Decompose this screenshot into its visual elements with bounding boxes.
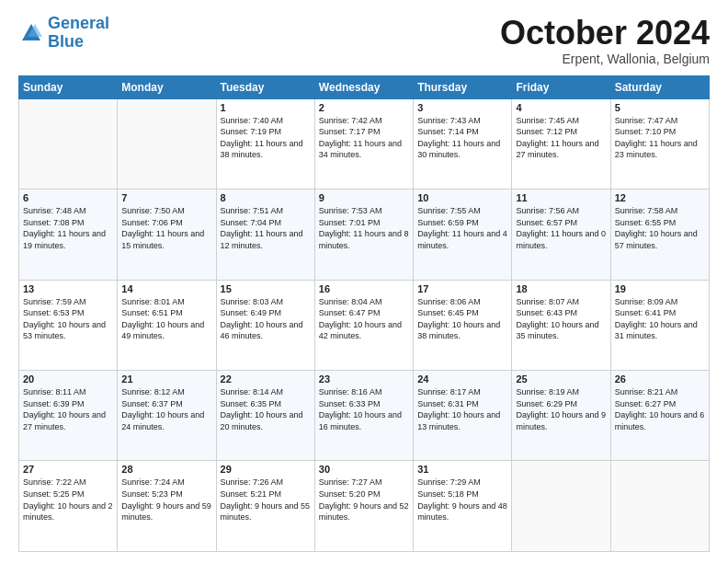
calendar-cell: 13Sunrise: 7:59 AM Sunset: 6:53 PM Dayli… xyxy=(19,280,118,370)
calendar-table: SundayMondayTuesdayWednesdayThursdayFrid… xyxy=(18,75,710,552)
day-info: Sunrise: 8:12 AM Sunset: 6:37 PM Dayligh… xyxy=(121,386,211,432)
day-number: 20 xyxy=(23,373,113,385)
day-number: 6 xyxy=(23,192,113,203)
day-number: 1 xyxy=(221,102,311,113)
weekday-header: Saturday xyxy=(610,75,709,98)
day-info: Sunrise: 7:26 AM Sunset: 5:21 PM Dayligh… xyxy=(221,477,311,523)
calendar-cell: 11Sunrise: 7:56 AM Sunset: 6:57 PM Dayli… xyxy=(512,190,610,280)
calendar-cell: 6Sunrise: 7:48 AM Sunset: 7:08 PM Daylig… xyxy=(19,190,118,280)
month-title: October 2024 xyxy=(500,15,710,52)
day-info: Sunrise: 7:22 AM Sunset: 5:25 PM Dayligh… xyxy=(23,477,113,523)
day-number: 4 xyxy=(516,102,606,113)
day-number: 8 xyxy=(221,192,311,203)
day-info: Sunrise: 8:03 AM Sunset: 6:49 PM Dayligh… xyxy=(221,296,311,342)
calendar-cell: 5Sunrise: 7:47 AM Sunset: 7:10 PM Daylig… xyxy=(610,98,709,189)
day-info: Sunrise: 7:56 AM Sunset: 6:57 PM Dayligh… xyxy=(516,205,606,251)
calendar-cell: 9Sunrise: 7:53 AM Sunset: 7:01 PM Daylig… xyxy=(314,190,413,280)
calendar-cell: 7Sunrise: 7:50 AM Sunset: 7:06 PM Daylig… xyxy=(118,190,216,280)
calendar-cell: 24Sunrise: 8:17 AM Sunset: 6:31 PM Dayli… xyxy=(414,371,512,461)
day-number: 28 xyxy=(121,464,211,475)
day-number: 14 xyxy=(121,283,211,294)
calendar-week-row: 27Sunrise: 7:22 AM Sunset: 5:25 PM Dayli… xyxy=(19,461,710,552)
location: Erpent, Wallonia, Belgium xyxy=(500,52,710,66)
day-info: Sunrise: 8:01 AM Sunset: 6:51 PM Dayligh… xyxy=(121,296,211,342)
day-number: 26 xyxy=(615,373,705,385)
calendar-cell: 17Sunrise: 8:06 AM Sunset: 6:45 PM Dayli… xyxy=(414,280,512,370)
calendar-cell: 8Sunrise: 7:51 AM Sunset: 7:04 PM Daylig… xyxy=(216,190,314,280)
day-info: Sunrise: 8:19 AM Sunset: 6:29 PM Dayligh… xyxy=(516,386,606,432)
day-info: Sunrise: 7:55 AM Sunset: 6:59 PM Dayligh… xyxy=(417,205,507,251)
calendar-header-row: SundayMondayTuesdayWednesdayThursdayFrid… xyxy=(19,75,710,98)
calendar-cell: 19Sunrise: 8:09 AM Sunset: 6:41 PM Dayli… xyxy=(610,280,709,370)
day-number: 29 xyxy=(221,464,311,475)
calendar-week-row: 13Sunrise: 7:59 AM Sunset: 6:53 PM Dayli… xyxy=(19,280,710,370)
day-info: Sunrise: 8:11 AM Sunset: 6:39 PM Dayligh… xyxy=(23,386,113,432)
day-number: 23 xyxy=(319,373,409,385)
calendar-cell: 18Sunrise: 8:07 AM Sunset: 6:43 PM Dayli… xyxy=(512,280,610,370)
day-info: Sunrise: 8:21 AM Sunset: 6:27 PM Dayligh… xyxy=(615,386,705,432)
day-info: Sunrise: 7:51 AM Sunset: 7:04 PM Dayligh… xyxy=(221,205,311,251)
calendar-cell xyxy=(512,461,610,552)
day-info: Sunrise: 7:24 AM Sunset: 5:23 PM Dayligh… xyxy=(121,477,211,523)
calendar-week-row: 6Sunrise: 7:48 AM Sunset: 7:08 PM Daylig… xyxy=(19,190,710,280)
day-info: Sunrise: 8:17 AM Sunset: 6:31 PM Dayligh… xyxy=(417,386,507,432)
day-number: 24 xyxy=(417,373,507,385)
day-info: Sunrise: 7:48 AM Sunset: 7:08 PM Dayligh… xyxy=(23,205,113,251)
day-number: 16 xyxy=(319,283,409,294)
calendar-cell xyxy=(610,461,709,552)
day-number: 30 xyxy=(319,464,409,475)
day-number: 18 xyxy=(516,283,606,294)
calendar-cell: 3Sunrise: 7:43 AM Sunset: 7:14 PM Daylig… xyxy=(414,98,512,189)
weekday-header: Monday xyxy=(118,75,216,98)
day-number: 9 xyxy=(319,192,409,203)
calendar-cell: 20Sunrise: 8:11 AM Sunset: 6:39 PM Dayli… xyxy=(19,371,118,461)
day-number: 13 xyxy=(23,283,113,294)
calendar-cell xyxy=(118,98,216,189)
calendar-cell: 4Sunrise: 7:45 AM Sunset: 7:12 PM Daylig… xyxy=(512,98,610,189)
header: General Blue October 2024 Erpent, Wallon… xyxy=(18,15,710,66)
weekday-header: Thursday xyxy=(414,75,512,98)
calendar-cell: 28Sunrise: 7:24 AM Sunset: 5:23 PM Dayli… xyxy=(118,461,216,552)
day-number: 5 xyxy=(615,102,705,113)
logo-line1: General xyxy=(48,14,109,32)
day-info: Sunrise: 7:40 AM Sunset: 7:19 PM Dayligh… xyxy=(221,115,311,161)
day-number: 31 xyxy=(417,464,507,475)
calendar-week-row: 20Sunrise: 8:11 AM Sunset: 6:39 PM Dayli… xyxy=(19,371,710,461)
calendar-cell: 10Sunrise: 7:55 AM Sunset: 6:59 PM Dayli… xyxy=(414,190,512,280)
calendar-cell: 23Sunrise: 8:16 AM Sunset: 6:33 PM Dayli… xyxy=(314,371,413,461)
day-info: Sunrise: 7:45 AM Sunset: 7:12 PM Dayligh… xyxy=(516,115,606,161)
day-number: 21 xyxy=(121,373,211,385)
logo-icon xyxy=(18,20,44,46)
logo-text: General Blue xyxy=(48,15,109,52)
calendar-cell: 29Sunrise: 7:26 AM Sunset: 5:21 PM Dayli… xyxy=(216,461,314,552)
day-info: Sunrise: 8:06 AM Sunset: 6:45 PM Dayligh… xyxy=(417,296,507,342)
calendar-cell: 2Sunrise: 7:42 AM Sunset: 7:17 PM Daylig… xyxy=(314,98,413,189)
day-number: 11 xyxy=(516,192,606,203)
calendar-cell: 30Sunrise: 7:27 AM Sunset: 5:20 PM Dayli… xyxy=(314,461,413,552)
day-number: 7 xyxy=(121,192,211,203)
calendar-cell: 15Sunrise: 8:03 AM Sunset: 6:49 PM Dayli… xyxy=(216,280,314,370)
day-info: Sunrise: 8:14 AM Sunset: 6:35 PM Dayligh… xyxy=(221,386,311,432)
title-block: October 2024 Erpent, Wallonia, Belgium xyxy=(500,15,710,66)
calendar-cell: 14Sunrise: 8:01 AM Sunset: 6:51 PM Dayli… xyxy=(118,280,216,370)
day-info: Sunrise: 8:16 AM Sunset: 6:33 PM Dayligh… xyxy=(319,386,409,432)
day-number: 25 xyxy=(516,373,606,385)
day-info: Sunrise: 7:47 AM Sunset: 7:10 PM Dayligh… xyxy=(615,115,705,161)
page: General Blue October 2024 Erpent, Wallon… xyxy=(0,0,728,563)
calendar-cell: 25Sunrise: 8:19 AM Sunset: 6:29 PM Dayli… xyxy=(512,371,610,461)
calendar-cell: 16Sunrise: 8:04 AM Sunset: 6:47 PM Dayli… xyxy=(314,280,413,370)
logo-line2: Blue xyxy=(48,32,84,51)
calendar-cell xyxy=(19,98,118,189)
calendar-cell: 26Sunrise: 8:21 AM Sunset: 6:27 PM Dayli… xyxy=(610,371,709,461)
calendar-cell: 22Sunrise: 8:14 AM Sunset: 6:35 PM Dayli… xyxy=(216,371,314,461)
logo: General Blue xyxy=(18,15,109,52)
day-info: Sunrise: 7:43 AM Sunset: 7:14 PM Dayligh… xyxy=(417,115,507,161)
calendar-week-row: 1Sunrise: 7:40 AM Sunset: 7:19 PM Daylig… xyxy=(19,98,710,189)
day-info: Sunrise: 7:53 AM Sunset: 7:01 PM Dayligh… xyxy=(319,205,409,251)
day-number: 27 xyxy=(23,464,113,475)
day-number: 2 xyxy=(319,102,409,113)
weekday-header: Wednesday xyxy=(314,75,413,98)
day-number: 17 xyxy=(417,283,507,294)
weekday-header: Sunday xyxy=(19,75,118,98)
calendar-cell: 1Sunrise: 7:40 AM Sunset: 7:19 PM Daylig… xyxy=(216,98,314,189)
